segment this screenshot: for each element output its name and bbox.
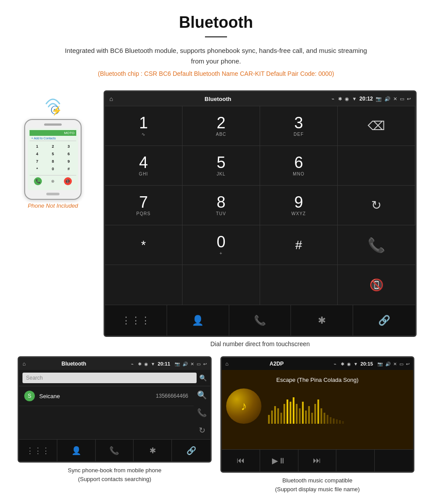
music-prev-icon[interactable]: ⏮ xyxy=(222,450,260,471)
music-visualizer xyxy=(268,388,409,424)
dial-key-hash[interactable]: # xyxy=(260,225,338,265)
close-icon[interactable]: ✕ xyxy=(393,96,397,102)
nav-link[interactable]: 🔗 xyxy=(353,305,415,336)
pb-usb-icon: ⌁ xyxy=(131,362,134,366)
phone-key[interactable]: 9 xyxy=(61,158,76,165)
visualizer-svg xyxy=(268,388,356,424)
phone-key[interactable]: 2 xyxy=(45,143,61,150)
pb-nav-link[interactable]: 🔗 xyxy=(172,440,210,461)
phone-end-button[interactable]: 📵 xyxy=(64,177,72,185)
nav-calls[interactable]: 📞 xyxy=(229,305,291,336)
nav-contacts[interactable]: 👤 xyxy=(167,305,229,336)
dial-cell-empty-7 xyxy=(260,265,338,305)
svg-rect-18 xyxy=(317,399,319,424)
phone-key[interactable]: 7 xyxy=(30,158,45,165)
pb-side-call-icon[interactable]: 📞 xyxy=(197,408,207,418)
pb-search-placeholder: Search xyxy=(26,375,43,381)
phone-bottom-bar: 📞 ⊗ 📵 xyxy=(30,175,76,185)
music-vol-icon[interactable]: 🔊 xyxy=(385,362,391,366)
svg-rect-15 xyxy=(308,406,310,424)
car-status-bar: ⌂ Bluetooth ⌁ ✱ ◉ ▼ 20:12 📷 🔊 ✕ ▭ ↩ xyxy=(105,92,415,106)
dial-key-0[interactable]: 0 + xyxy=(182,225,260,265)
svg-rect-22 xyxy=(330,417,331,424)
phone-screen: MOTO + Add to Contacts 1 2 3 4 5 6 7 8 9… xyxy=(28,128,78,190)
svg-rect-21 xyxy=(327,415,328,424)
dial-key-star[interactable]: * xyxy=(105,225,182,265)
pb-nav-bt[interactable]: ✱ xyxy=(134,440,172,461)
phone-key[interactable]: 1 xyxy=(30,143,45,150)
call-green-icon[interactable]: 📞 xyxy=(368,237,385,254)
pb-contact-row[interactable]: S Seicane 13566664466 xyxy=(19,386,194,406)
volume-icon[interactable]: 🔊 xyxy=(384,96,391,102)
music-content: Escape (The Pina Colada Song) ♪ xyxy=(222,370,413,449)
backspace-icon[interactable]: ⌫ xyxy=(368,119,385,133)
pb-close-icon[interactable]: ✕ xyxy=(190,362,194,366)
status-title: Bluetooth xyxy=(108,96,328,102)
nav-dialpad[interactable]: ⋮⋮⋮ xyxy=(105,305,167,336)
dial-cell-empty-3: ↻ xyxy=(338,186,415,225)
dial-key-8[interactable]: 8 TUV xyxy=(182,186,260,225)
dial-key-6[interactable]: 6 MNO xyxy=(260,146,338,186)
music-cam-icon[interactable]: 📷 xyxy=(377,362,383,366)
svg-rect-6 xyxy=(280,413,282,424)
svg-rect-12 xyxy=(299,408,301,424)
music-extra-icon[interactable] xyxy=(375,450,413,471)
svg-rect-4 xyxy=(274,406,276,424)
pb-bottom-nav: ⋮⋮⋮ 👤 📞 ✱ 🔗 xyxy=(19,439,210,461)
dial-key-9[interactable]: 9 WXYZ xyxy=(260,186,338,225)
phone-key[interactable]: 0 xyxy=(45,165,61,172)
music-loc-icon: ◉ xyxy=(347,362,351,366)
dial-cell-empty-8: 📵 xyxy=(338,265,415,305)
pb-side-search-icon[interactable]: 🔍 xyxy=(197,390,207,400)
camera-icon[interactable]: 📷 xyxy=(376,96,382,102)
svg-rect-14 xyxy=(305,411,307,424)
nav-bluetooth[interactable]: ✱ xyxy=(291,305,353,336)
call-red-icon[interactable]: 📵 xyxy=(369,278,384,292)
music-back-icon[interactable]: ↩ xyxy=(406,362,410,366)
bluetooth-specs: (Bluetooth chip : CSR BC6 Default Blueto… xyxy=(9,70,423,77)
music-next-icon[interactable]: ⏭ xyxy=(298,450,337,471)
dial-key-5[interactable]: 5 JKL xyxy=(182,146,260,186)
refresh-icon[interactable]: ↻ xyxy=(371,198,381,213)
dial-key-3[interactable]: 3 DEF xyxy=(260,106,338,146)
pb-nav-dialpad[interactable]: ⋮⋮⋮ xyxy=(19,440,57,461)
music-close-icon[interactable]: ✕ xyxy=(393,362,397,366)
phone-key[interactable]: * xyxy=(30,165,45,172)
pb-contact-phone: 13566664466 xyxy=(156,393,188,399)
music-win-icon[interactable]: ▭ xyxy=(399,362,403,366)
phone-key[interactable]: 4 xyxy=(30,150,45,157)
phone-key[interactable]: 5 xyxy=(45,150,61,157)
music-sig-icon: ▼ xyxy=(354,362,358,366)
dial-key-2[interactable]: 2 ABC xyxy=(182,106,260,146)
phone-key[interactable]: # xyxy=(61,165,76,172)
pb-search-icon[interactable]: 🔍 xyxy=(199,374,207,381)
dial-key-1[interactable]: 1 ∿ xyxy=(105,106,182,146)
phone-home-button[interactable] xyxy=(46,193,60,195)
phonebook-screenshot: ⌂ Bluetooth ⌁ ✱ ◉ ▼ 20:11 📷 🔊 ✕ ▭ ↩ Sear… xyxy=(18,356,212,493)
dial-key-4[interactable]: 4 GHI xyxy=(105,146,182,186)
pb-search-box[interactable]: Search xyxy=(22,373,197,383)
pb-vol-icon[interactable]: 🔊 xyxy=(182,362,188,366)
music-bt-icon-nav[interactable] xyxy=(336,450,375,471)
music-play-pause-icon[interactable]: ▶⏸ xyxy=(260,450,298,471)
phone-screen-header: MOTO xyxy=(30,130,76,136)
car-dialpad-screen: ⌂ Bluetooth ⌁ ✱ ◉ ▼ 20:12 📷 🔊 ✕ ▭ ↩ xyxy=(104,90,417,337)
window-icon[interactable]: ▭ xyxy=(400,96,404,102)
svg-rect-13 xyxy=(302,402,304,424)
phone-key[interactable]: 8 xyxy=(45,158,61,165)
music-status-bar: ⌂ A2DP ⌁ ✱ ◉ ▼ 20:15 📷 🔊 ✕ ▭ ↩ xyxy=(222,358,413,370)
back-icon[interactable]: ↩ xyxy=(407,96,411,102)
pb-back-icon[interactable]: ↩ xyxy=(203,362,207,366)
phone-call-button[interactable]: 📞 xyxy=(34,177,42,185)
pb-search-row: Search 🔍 xyxy=(19,370,210,386)
dial-key-7[interactable]: 7 PQRS xyxy=(105,186,182,225)
phone-key[interactable]: 6 xyxy=(61,150,76,157)
pb-cam-icon[interactable]: 📷 xyxy=(175,362,180,366)
pb-win-icon[interactable]: ▭ xyxy=(197,362,201,366)
pb-nav-contacts[interactable]: 👤 xyxy=(57,440,96,461)
pb-nav-calls[interactable]: 📞 xyxy=(96,440,134,461)
phone-key[interactable]: 3 xyxy=(61,143,76,150)
pb-side-refresh-icon[interactable]: ↻ xyxy=(199,426,205,435)
svg-rect-23 xyxy=(333,418,335,424)
svg-rect-20 xyxy=(324,413,325,424)
